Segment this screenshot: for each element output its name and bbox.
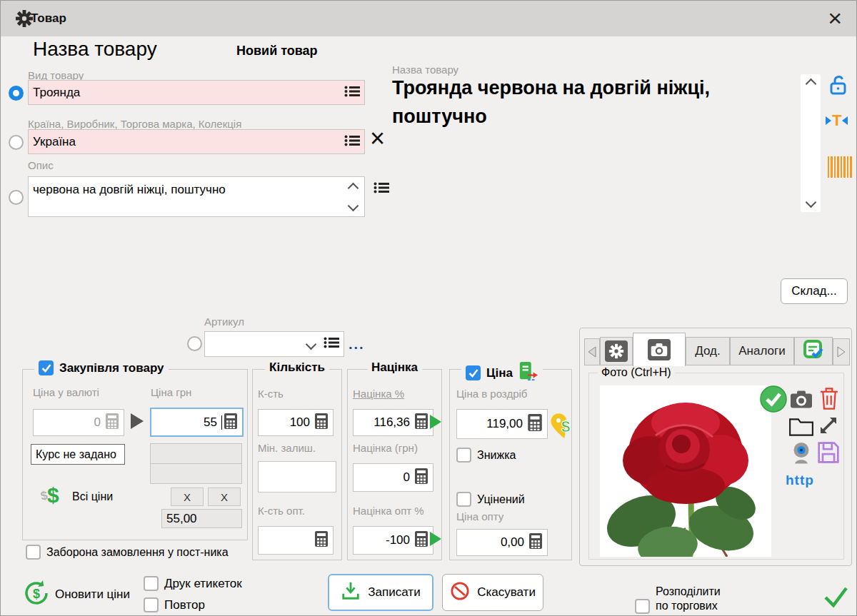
tab-checklist[interactable] xyxy=(794,337,833,365)
save-floppy-icon[interactable] xyxy=(817,441,840,467)
retail-price-label: Ціна в роздріб xyxy=(456,388,527,400)
country-radio[interactable] xyxy=(9,135,24,150)
currency-price-input[interactable]: 0 xyxy=(33,409,124,436)
uah-price-input[interactable]: 55 xyxy=(150,408,244,437)
repeat-checkbox[interactable] xyxy=(144,597,159,612)
spinner-up-icon[interactable] xyxy=(348,183,359,194)
close-icon[interactable]: × xyxy=(828,4,842,32)
http-icon[interactable]: http xyxy=(786,473,814,488)
print-labels-label: Друк етикеток xyxy=(164,577,242,591)
discount-label: Знижка xyxy=(477,449,516,462)
tab-analogs[interactable]: Аналоги xyxy=(730,337,794,365)
list-picker-icon[interactable] xyxy=(324,337,339,351)
checklist-tab-icon xyxy=(803,339,824,364)
clear-x-icon[interactable]: × xyxy=(370,123,385,153)
kind-input[interactable]: Троянда xyxy=(28,80,365,105)
tab-settings[interactable] xyxy=(600,337,633,365)
photo-accept-icon[interactable] xyxy=(760,385,787,415)
product-name-text: Троянда червона на довгій ніжці, поштучн… xyxy=(392,74,803,131)
markup-pct-input[interactable]: 116,36 xyxy=(353,409,433,436)
retail-price-input[interactable]: 119,00 xyxy=(456,409,548,439)
forbid-order-checkbox[interactable] xyxy=(26,545,41,560)
barcode-icon[interactable] xyxy=(828,156,852,178)
folder-icon[interactable] xyxy=(788,417,814,440)
update-prices-label[interactable]: Оновити ціни xyxy=(55,587,130,602)
qty-input[interactable]: 100 xyxy=(258,409,334,436)
confirm-check-icon[interactable] xyxy=(821,580,851,613)
forbid-order-label: Заборона замовлення у пост-ника xyxy=(46,546,229,559)
distribute-row[interactable]: Розподілити по торгових точках xyxy=(635,585,736,616)
refresh-prices-icon[interactable]: $ xyxy=(22,579,51,610)
markup-uah-input[interactable]: 0 xyxy=(353,463,433,492)
article-combo[interactable] xyxy=(204,331,344,357)
cancel-button[interactable]: Скасувати xyxy=(442,574,543,611)
calculator-icon[interactable] xyxy=(528,532,543,552)
all-prices-label: Всі ціни xyxy=(72,490,113,503)
photo-label: Фото (Ctrl+H) xyxy=(598,366,675,379)
forbid-order-row[interactable]: Заборона замовлення у пост-ника xyxy=(26,545,229,560)
calculator-icon[interactable] xyxy=(314,530,329,550)
markup-opt-input[interactable]: -100 xyxy=(353,526,433,555)
article-radio[interactable] xyxy=(187,336,202,351)
tab-photo[interactable] xyxy=(633,333,686,366)
list-picker-icon[interactable] xyxy=(344,135,360,149)
discount-checkbox[interactable] xyxy=(456,448,471,463)
list-picker-icon[interactable] xyxy=(344,86,360,100)
apply-markup-icon[interactable] xyxy=(430,415,441,429)
print-labels-checkbox[interactable] xyxy=(144,576,159,591)
repeat-row[interactable]: Повтор xyxy=(144,597,205,612)
desc-radio[interactable] xyxy=(9,190,24,205)
markdown-checkbox[interactable] xyxy=(456,492,471,507)
distribute-checkbox[interactable] xyxy=(635,599,650,614)
calculator-icon[interactable] xyxy=(527,413,543,435)
scroll-up-icon[interactable] xyxy=(805,79,816,90)
webcam-icon[interactable] xyxy=(791,441,811,468)
currency-price-value: 0 xyxy=(34,415,105,430)
tabs-scroll-left-button[interactable] xyxy=(584,338,600,365)
page-title: Назва товару xyxy=(33,38,157,61)
cancel-prohibit-icon xyxy=(450,581,470,605)
price-export-icon[interactable] xyxy=(518,360,538,385)
scroll-down-icon[interactable] xyxy=(805,197,816,208)
disabled-box-1 xyxy=(150,443,242,464)
calculator-icon[interactable] xyxy=(224,413,238,433)
markup-title: Націнка xyxy=(367,360,422,375)
photo-camera-icon[interactable] xyxy=(790,390,813,412)
calculator-icon[interactable] xyxy=(414,413,428,433)
calculator-icon[interactable] xyxy=(314,413,329,433)
wholesale-price-input[interactable]: 0,00 xyxy=(456,529,548,556)
tab-additional[interactable]: Дод. xyxy=(686,337,730,365)
list-picker-icon[interactable] xyxy=(374,182,389,196)
price-pin-icon[interactable]: $ xyxy=(551,412,573,443)
save-button[interactable]: Записати xyxy=(328,574,433,611)
markdown-row[interactable]: Уцінений xyxy=(456,492,525,507)
chevron-down-icon[interactable] xyxy=(306,338,317,350)
trash-icon[interactable] xyxy=(820,387,838,413)
spinner-down-icon[interactable] xyxy=(348,201,359,212)
calculator-icon[interactable] xyxy=(414,530,428,550)
calculator-icon[interactable] xyxy=(414,468,428,488)
warehouse-button[interactable]: Склад... xyxy=(781,278,848,304)
kind-radio[interactable] xyxy=(9,86,24,101)
compress-text-icon[interactable]: T xyxy=(826,113,848,128)
qty-opt-input[interactable] xyxy=(258,526,334,555)
lock-open-icon[interactable] xyxy=(828,75,849,99)
svg-text:$: $ xyxy=(33,587,40,601)
country-input[interactable]: Україна xyxy=(28,129,365,154)
desc-input[interactable]: червона на довгій ніжці, поштучно xyxy=(28,176,365,217)
markup-pct-label[interactable]: Націнка % xyxy=(353,388,404,400)
min-stock-input[interactable] xyxy=(258,461,336,493)
print-labels-row[interactable]: Друк етикеток xyxy=(144,576,242,591)
tabs-scroll-right-button[interactable] xyxy=(833,338,850,365)
calculator-icon[interactable] xyxy=(105,413,119,433)
purchase-checkbox[interactable] xyxy=(39,360,54,375)
discount-row[interactable]: Знижка xyxy=(456,448,516,463)
product-photo[interactable] xyxy=(600,385,771,557)
quantity-title: Кількість xyxy=(265,360,329,375)
apply-markup-opt-icon[interactable] xyxy=(430,532,441,546)
price-checkbox[interactable] xyxy=(466,365,481,380)
expand-icon[interactable] xyxy=(817,414,840,440)
name-scrollbar[interactable] xyxy=(801,74,821,212)
all-prices-dollar-icon[interactable]: $$ xyxy=(41,483,65,509)
article-more-button[interactable]: ... xyxy=(349,336,365,353)
